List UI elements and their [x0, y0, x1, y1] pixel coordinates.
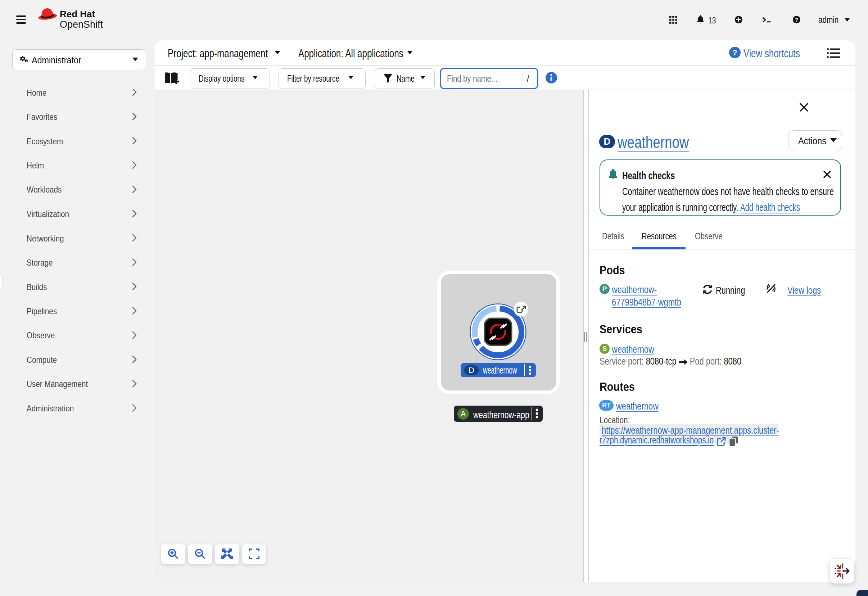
svg-text:?: ? [732, 48, 737, 57]
svg-text:?: ? [795, 16, 798, 23]
